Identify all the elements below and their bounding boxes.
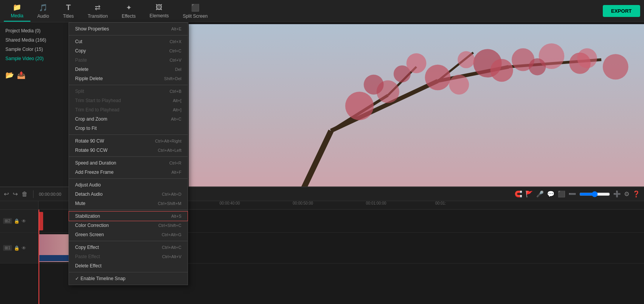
help-icon[interactable]: ❓ xyxy=(632,190,640,198)
export-button[interactable]: EXPORT xyxy=(603,5,640,17)
tab-audio[interactable]: 🎵 Audio xyxy=(30,1,56,21)
delete-tl-button[interactable]: 🗑 xyxy=(22,191,28,198)
svg-point-52 xyxy=(577,48,597,68)
audio-icon: 🎵 xyxy=(39,3,47,12)
effects-icon: ✦ xyxy=(126,3,132,12)
remove-icon[interactable]: 📤 xyxy=(17,71,25,79)
menu-divider-2 xyxy=(69,85,188,85)
plus-zoom[interactable]: ➕ xyxy=(613,190,621,198)
menu-trim-end: Trim End to Playhead Alt+] xyxy=(69,105,188,114)
sidebar-item-project-media[interactable]: Project Media (0) xyxy=(0,26,69,35)
tab-transition[interactable]: ⇄ Transition xyxy=(81,1,115,21)
menu-ripple-delete[interactable]: Ripple Delete Shift+Del xyxy=(69,74,188,83)
svg-point-48 xyxy=(364,75,384,95)
ruler-time-70: 00:01: xyxy=(435,201,446,205)
flag-icon[interactable]: 🚩 xyxy=(525,190,533,198)
sidebar-bottom-actions: 📂 📤 xyxy=(0,67,69,83)
ruler-time-50: 00:00:50:00 xyxy=(293,201,313,205)
sidebar-item-sample-color[interactable]: Sample Color (15) xyxy=(0,45,69,54)
media-icon: 📁 xyxy=(13,3,21,12)
undo-button[interactable]: ↩ xyxy=(4,190,9,198)
svg-point-38 xyxy=(425,65,450,90)
menu-divider-7 xyxy=(69,241,188,241)
svg-point-53 xyxy=(603,54,628,79)
timeline-right-tools: 🧲 🚩 🎤 💬 ⬛ ➖ ➕ ⚙ ❓ xyxy=(515,190,640,198)
titles-icon: T xyxy=(66,3,70,12)
elements-icon: 🖼 xyxy=(156,3,163,12)
menu-crop-zoom[interactable]: Crop and Zoom Alt+C xyxy=(69,114,188,124)
menu-divider-1 xyxy=(69,35,188,35)
menu-enable-snap[interactable]: ✓Enable Timeline Snap xyxy=(69,274,188,283)
zoom-slider[interactable] xyxy=(579,191,610,197)
tab-effects[interactable]: ✦ Effects xyxy=(115,1,143,21)
menu-delete-effect[interactable]: Delete Effect xyxy=(69,261,188,270)
menu-cut[interactable]: Cut Ctrl+X xyxy=(69,37,188,46)
svg-point-39 xyxy=(449,75,469,95)
lock-icon-2[interactable]: 🔒 xyxy=(14,218,20,224)
tab-elements[interactable]: 🖼 Elements xyxy=(143,1,176,21)
eye-icon-1[interactable]: 👁 xyxy=(22,245,26,251)
track-number-2: ⊞2 xyxy=(3,218,12,224)
lock-icon-1[interactable]: 🔒 xyxy=(14,245,20,251)
menu-speed-duration[interactable]: Speed and Duration Ctrl+R xyxy=(69,158,188,168)
splitscreen-icon: ⬛ xyxy=(191,3,200,12)
ruler-time-60: 00:01:00:00 xyxy=(366,201,386,205)
ruler-time-40: 00:00:40:00 xyxy=(220,201,240,205)
svg-point-47 xyxy=(345,92,374,120)
menu-color-correction[interactable]: Color Correction Ctrl+Shift+C xyxy=(69,221,188,230)
settings-tl-icon[interactable]: ⚙ xyxy=(624,190,629,198)
redo-button[interactable]: ↪ xyxy=(13,190,18,198)
ruler-header xyxy=(0,201,39,209)
divider xyxy=(33,190,34,198)
split-tl-icon[interactable]: ⬛ xyxy=(558,190,565,198)
menu-adjust-audio[interactable]: Adjust Audio xyxy=(69,180,188,190)
svg-point-46 xyxy=(406,53,426,73)
menu-rotate-cw[interactable]: Rotate 90 CW Ctrl+Alt+Right xyxy=(69,136,188,146)
menu-stabilization[interactable]: Stabilization Alt+S xyxy=(69,212,188,221)
svg-point-49 xyxy=(458,51,475,68)
track-number-1: ⊞1 xyxy=(3,245,12,251)
transition-icon: ⇄ xyxy=(95,3,101,12)
add-folder-icon[interactable]: 📂 xyxy=(5,71,14,79)
playhead xyxy=(39,210,39,304)
current-time-display: 00:00:00:00 xyxy=(39,192,61,197)
menu-rotate-ccw[interactable]: Rotate 90 CCW Ctrl+Alt+Left xyxy=(69,146,188,155)
track-controls-2: ⊞2 🔒 👁 xyxy=(0,210,39,232)
top-toolbar: 📁 Media 🎵 Audio T Titles ⇄ Transition ✦ … xyxy=(0,0,644,22)
menu-divider-3 xyxy=(69,134,188,135)
tab-media[interactable]: 📁 Media xyxy=(4,1,30,22)
menu-delete[interactable]: Delete Del xyxy=(69,65,188,74)
clip-audio[interactable] xyxy=(39,255,73,261)
menu-freeze-frame[interactable]: Add Freeze Frame Alt+F xyxy=(69,168,188,177)
menu-paste-effect: Paste Effect Ctrl+Alt+V xyxy=(69,252,188,261)
sidebar-item-sample-video[interactable]: Sample Video (20) xyxy=(0,54,69,63)
menu-divider-5 xyxy=(69,178,188,179)
menu-divider-4 xyxy=(69,156,188,157)
magnet-icon[interactable]: 🧲 xyxy=(515,190,522,198)
context-menu: Show Properties Alt+E Cut Ctrl+X Copy Ct… xyxy=(69,22,188,285)
menu-mute[interactable]: Mute Ctrl+Shift+M xyxy=(69,199,188,208)
menu-crop-fit[interactable]: Crop to Fit xyxy=(69,124,188,133)
menu-detach-audio[interactable]: Detach Audio Ctrl+Alt+D xyxy=(69,190,188,199)
tab-splitscreen[interactable]: ⬛ Split Screen xyxy=(176,1,215,21)
menu-divider-6 xyxy=(69,210,188,210)
tab-titles[interactable]: T Titles xyxy=(56,1,80,21)
sidebar-item-shared-media[interactable]: Shared Media (166) xyxy=(0,35,69,45)
menu-show-properties[interactable]: Show Properties Alt+E xyxy=(69,24,188,34)
mic-icon[interactable]: 🎤 xyxy=(536,190,544,198)
menu-paste: Paste Ctrl+V xyxy=(69,55,188,65)
menu-trim-start: Trim Start to Playhead Alt+[ xyxy=(69,96,188,105)
menu-divider-8 xyxy=(69,272,188,272)
eye-icon-2[interactable]: 👁 xyxy=(22,218,26,224)
track-controls-1: ⊞1 🔒 👁 xyxy=(0,233,39,263)
menu-split: Split Ctrl+B xyxy=(69,87,188,96)
menu-green-screen[interactable]: Green Screen Ctrl+Alt+G xyxy=(69,230,188,239)
menu-copy-effect[interactable]: Copy Effect Ctrl+Alt+C xyxy=(69,243,188,252)
caption-icon[interactable]: 💬 xyxy=(547,190,555,198)
menu-copy[interactable]: Copy Ctrl+C xyxy=(69,46,188,55)
svg-point-51 xyxy=(529,58,546,75)
svg-point-50 xyxy=(490,59,513,82)
minus-zoom[interactable]: ➖ xyxy=(569,190,576,198)
